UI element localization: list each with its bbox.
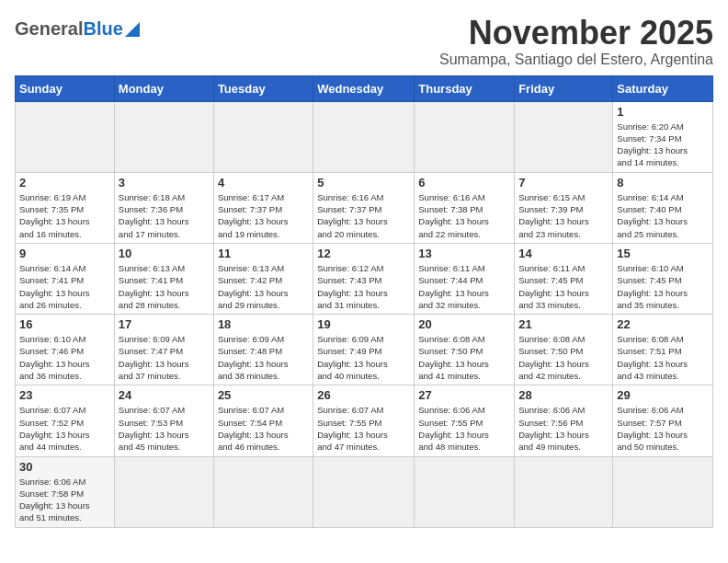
day-info: Sunrise: 6:10 AM Sunset: 7:46 PM Dayligh…	[19, 333, 110, 382]
day-number: 21	[518, 317, 609, 331]
day-info: Sunrise: 6:09 AM Sunset: 7:49 PM Dayligh…	[317, 333, 410, 382]
calendar-cell	[114, 456, 213, 527]
day-info: Sunrise: 6:08 AM Sunset: 7:51 PM Dayligh…	[617, 333, 709, 382]
day-number: 24	[119, 388, 210, 402]
calendar-table: SundayMondayTuesdayWednesdayThursdayFrid…	[15, 75, 713, 528]
day-info: Sunrise: 6:11 AM Sunset: 7:44 PM Dayligh…	[418, 262, 510, 311]
calendar-cell: 15Sunrise: 6:10 AM Sunset: 7:45 PM Dayli…	[613, 243, 713, 314]
day-info: Sunrise: 6:06 AM Sunset: 7:55 PM Dayligh…	[418, 404, 510, 453]
day-info: Sunrise: 6:07 AM Sunset: 7:54 PM Dayligh…	[218, 404, 309, 453]
day-info: Sunrise: 6:12 AM Sunset: 7:43 PM Dayligh…	[317, 262, 410, 311]
logo: General Blue	[15, 18, 140, 40]
calendar-cell	[415, 101, 515, 172]
day-info: Sunrise: 6:17 AM Sunset: 7:37 PM Dayligh…	[218, 191, 309, 240]
calendar-cell: 21Sunrise: 6:08 AM Sunset: 7:50 PM Dayli…	[515, 315, 613, 385]
calendar-cell: 26Sunrise: 6:07 AM Sunset: 7:55 PM Dayli…	[313, 385, 415, 456]
day-number: 23	[19, 388, 110, 402]
day-number: 22	[617, 317, 709, 331]
calendar-cell: 2Sunrise: 6:19 AM Sunset: 7:35 PM Daylig…	[16, 172, 115, 243]
day-info: Sunrise: 6:08 AM Sunset: 7:50 PM Dayligh…	[518, 333, 609, 382]
calendar-cell	[415, 456, 515, 527]
calendar-cell: 17Sunrise: 6:09 AM Sunset: 7:47 PM Dayli…	[114, 315, 213, 385]
day-info: Sunrise: 6:16 AM Sunset: 7:38 PM Dayligh…	[418, 191, 510, 240]
calendar-cell	[613, 456, 713, 527]
day-number: 17	[119, 317, 210, 331]
calendar-cell: 4Sunrise: 6:17 AM Sunset: 7:37 PM Daylig…	[213, 172, 313, 243]
day-number: 6	[418, 176, 510, 190]
calendar-cell: 30Sunrise: 6:06 AM Sunset: 7:58 PM Dayli…	[16, 456, 115, 527]
logo-triangle-icon	[125, 22, 140, 37]
day-info: Sunrise: 6:10 AM Sunset: 7:45 PM Dayligh…	[617, 262, 709, 311]
calendar-cell	[16, 101, 115, 172]
calendar-cell: 27Sunrise: 6:06 AM Sunset: 7:55 PM Dayli…	[415, 385, 515, 456]
day-info: Sunrise: 6:09 AM Sunset: 7:48 PM Dayligh…	[218, 333, 309, 382]
day-info: Sunrise: 6:14 AM Sunset: 7:41 PM Dayligh…	[19, 262, 110, 311]
day-info: Sunrise: 6:11 AM Sunset: 7:45 PM Dayligh…	[518, 262, 609, 311]
logo-blue: Blue	[83, 18, 122, 40]
calendar-cell: 12Sunrise: 6:12 AM Sunset: 7:43 PM Dayli…	[313, 243, 415, 314]
month-title: November 2025	[439, 15, 713, 52]
calendar-cell: 20Sunrise: 6:08 AM Sunset: 7:50 PM Dayli…	[415, 315, 515, 385]
day-info: Sunrise: 6:13 AM Sunset: 7:42 PM Dayligh…	[218, 262, 309, 311]
day-number: 26	[317, 388, 410, 402]
calendar-cell: 19Sunrise: 6:09 AM Sunset: 7:49 PM Dayli…	[313, 315, 415, 385]
day-number: 4	[218, 176, 309, 190]
calendar-cell: 11Sunrise: 6:13 AM Sunset: 7:42 PM Dayli…	[213, 243, 313, 314]
day-info: Sunrise: 6:08 AM Sunset: 7:50 PM Dayligh…	[418, 333, 510, 382]
day-info: Sunrise: 6:14 AM Sunset: 7:40 PM Dayligh…	[617, 191, 709, 240]
day-info: Sunrise: 6:19 AM Sunset: 7:35 PM Dayligh…	[19, 191, 110, 240]
logo-general: General	[15, 18, 83, 40]
calendar-cell: 18Sunrise: 6:09 AM Sunset: 7:48 PM Dayli…	[213, 315, 313, 385]
calendar-cell: 13Sunrise: 6:11 AM Sunset: 7:44 PM Dayli…	[415, 243, 515, 314]
week-row-1: 1Sunrise: 6:20 AM Sunset: 7:34 PM Daylig…	[16, 101, 713, 172]
week-row-3: 9Sunrise: 6:14 AM Sunset: 7:41 PM Daylig…	[16, 243, 713, 314]
weekday-header-sunday: Sunday	[16, 75, 115, 101]
weekday-row: SundayMondayTuesdayWednesdayThursdayFrid…	[16, 75, 713, 101]
calendar-cell: 5Sunrise: 6:16 AM Sunset: 7:37 PM Daylig…	[313, 172, 415, 243]
day-number: 3	[119, 176, 210, 190]
day-info: Sunrise: 6:20 AM Sunset: 7:34 PM Dayligh…	[617, 121, 709, 169]
day-info: Sunrise: 6:06 AM Sunset: 7:56 PM Dayligh…	[518, 404, 609, 453]
day-number: 5	[317, 176, 410, 190]
day-number: 27	[418, 388, 510, 402]
weekday-header-saturday: Saturday	[613, 75, 713, 101]
day-number: 16	[19, 317, 110, 331]
day-number: 28	[518, 388, 609, 402]
calendar-cell	[515, 101, 613, 172]
calendar-cell: 24Sunrise: 6:07 AM Sunset: 7:53 PM Dayli…	[114, 385, 213, 456]
day-info: Sunrise: 6:07 AM Sunset: 7:52 PM Dayligh…	[19, 404, 110, 453]
calendar-cell: 16Sunrise: 6:10 AM Sunset: 7:46 PM Dayli…	[16, 315, 115, 385]
day-info: Sunrise: 6:06 AM Sunset: 7:57 PM Dayligh…	[617, 404, 709, 453]
calendar-cell: 22Sunrise: 6:08 AM Sunset: 7:51 PM Dayli…	[613, 315, 713, 385]
weekday-header-monday: Monday	[114, 75, 213, 101]
calendar-cell: 3Sunrise: 6:18 AM Sunset: 7:36 PM Daylig…	[114, 172, 213, 243]
day-number: 25	[218, 388, 309, 402]
day-number: 19	[317, 317, 410, 331]
day-info: Sunrise: 6:07 AM Sunset: 7:55 PM Dayligh…	[317, 404, 410, 453]
day-info: Sunrise: 6:07 AM Sunset: 7:53 PM Dayligh…	[119, 404, 210, 453]
day-number: 1	[617, 105, 709, 119]
day-number: 18	[218, 317, 309, 331]
calendar-cell	[213, 456, 313, 527]
day-number: 14	[518, 247, 609, 260]
day-info: Sunrise: 6:15 AM Sunset: 7:39 PM Dayligh…	[518, 191, 609, 240]
weekday-header-thursday: Thursday	[415, 75, 515, 101]
day-number: 29	[617, 388, 709, 402]
day-number: 9	[19, 247, 110, 260]
weekday-header-friday: Friday	[515, 75, 613, 101]
calendar-cell: 1Sunrise: 6:20 AM Sunset: 7:34 PM Daylig…	[613, 101, 713, 172]
day-number: 13	[418, 247, 510, 260]
day-number: 8	[617, 176, 709, 190]
calendar-cell	[515, 456, 613, 527]
calendar-cell: 8Sunrise: 6:14 AM Sunset: 7:40 PM Daylig…	[613, 172, 713, 243]
week-row-5: 23Sunrise: 6:07 AM Sunset: 7:52 PM Dayli…	[16, 385, 713, 456]
calendar-cell: 9Sunrise: 6:14 AM Sunset: 7:41 PM Daylig…	[16, 243, 115, 314]
day-info: Sunrise: 6:06 AM Sunset: 7:58 PM Dayligh…	[19, 476, 110, 524]
day-info: Sunrise: 6:18 AM Sunset: 7:36 PM Dayligh…	[119, 191, 210, 240]
weekday-header-tuesday: Tuesday	[213, 75, 313, 101]
day-number: 10	[119, 247, 210, 260]
calendar-cell	[313, 456, 415, 527]
calendar-body: 1Sunrise: 6:20 AM Sunset: 7:34 PM Daylig…	[16, 101, 713, 527]
calendar-header: SundayMondayTuesdayWednesdayThursdayFrid…	[16, 75, 713, 101]
calendar-cell: 7Sunrise: 6:15 AM Sunset: 7:39 PM Daylig…	[515, 172, 613, 243]
